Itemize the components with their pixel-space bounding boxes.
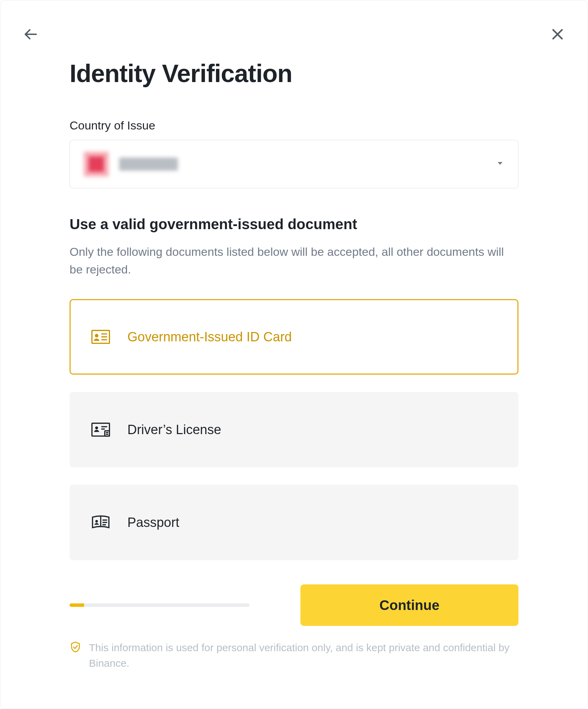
close-icon bbox=[550, 27, 565, 43]
continue-button[interactable]: Continue bbox=[300, 584, 518, 626]
privacy-text: This information is used for personal ve… bbox=[89, 640, 518, 671]
modal-top-bar bbox=[0, 21, 588, 49]
identity-verification-modal: Identity Verification Country of Issue U… bbox=[0, 0, 588, 709]
doc-option-national-id[interactable]: Government-Issued ID Card bbox=[70, 299, 518, 375]
page-title: Identity Verification bbox=[70, 59, 518, 88]
doc-option-label: Government-Issued ID Card bbox=[127, 330, 292, 344]
id-card-icon bbox=[91, 329, 110, 344]
doc-option-passport[interactable]: Passport bbox=[70, 485, 518, 560]
doc-option-label: Driver’s License bbox=[127, 422, 221, 437]
flag-icon bbox=[84, 152, 109, 177]
progress-bar bbox=[70, 603, 250, 607]
chevron-down-icon bbox=[496, 159, 504, 169]
country-selected-value bbox=[84, 152, 178, 177]
drivers-license-icon bbox=[91, 422, 110, 437]
svg-point-9 bbox=[95, 427, 98, 429]
privacy-footer: This information is used for personal ve… bbox=[70, 640, 518, 671]
svg-point-4 bbox=[95, 334, 98, 338]
country-select[interactable] bbox=[70, 140, 518, 188]
country-label: Country of Issue bbox=[70, 119, 518, 132]
arrow-left-icon bbox=[23, 27, 38, 43]
passport-icon bbox=[91, 515, 110, 530]
back-button[interactable] bbox=[21, 26, 40, 44]
document-section-title: Use a valid government-issued document bbox=[70, 216, 518, 233]
shield-check-icon bbox=[70, 641, 81, 657]
doc-option-label: Passport bbox=[127, 515, 179, 530]
doc-option-drivers-license[interactable]: Driver’s License bbox=[70, 392, 518, 467]
document-helper-text: Only the following documents listed belo… bbox=[70, 243, 518, 278]
close-button[interactable] bbox=[548, 26, 567, 44]
country-name-redacted bbox=[119, 158, 178, 171]
bottom-action-row: Continue bbox=[70, 584, 518, 626]
progress-fill bbox=[70, 603, 84, 607]
svg-rect-12 bbox=[105, 431, 110, 436]
svg-point-16 bbox=[95, 520, 98, 522]
